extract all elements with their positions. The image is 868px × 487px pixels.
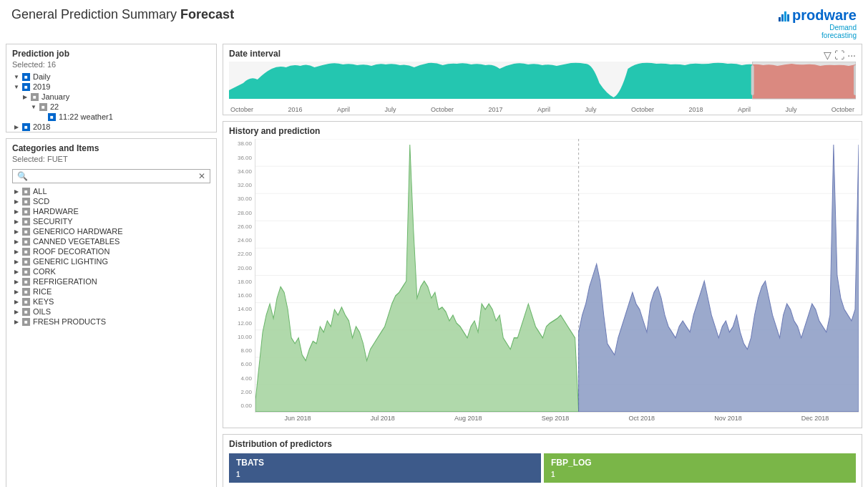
prediction-job-selected: Selected: 16 xyxy=(6,60,216,72)
checkbox-rice[interactable]: ■ xyxy=(22,288,30,296)
checkbox-keys[interactable]: ■ xyxy=(22,298,30,306)
checkbox-roof-decoration[interactable]: ■ xyxy=(22,248,30,256)
prediction-job-tree: ▼ ■ Daily ▼ ■ 2019 ▶ ■ January xyxy=(6,72,216,132)
fbp-value: 1 xyxy=(551,471,849,478)
page-header: General Prediction Summary Forecast prod… xyxy=(0,0,868,44)
cat-item-refrigeration[interactable]: ▶ ■ REFRIGERATION xyxy=(6,276,216,286)
cat-item-cork[interactable]: ▶ ■ CORK xyxy=(6,266,216,276)
fbp-label: FBP_LOG xyxy=(551,458,849,468)
checkbox-generic-lighting[interactable]: ■ xyxy=(22,258,30,266)
chart-toolbar-icons: ▽ ⛶ ··· xyxy=(824,49,856,61)
toggle-22[interactable]: ▼ xyxy=(29,102,38,111)
checkbox-all[interactable]: ■ xyxy=(22,188,30,196)
checkbox-canned-vegetables[interactable]: ■ xyxy=(22,238,30,246)
checkbox-weather1[interactable]: ■ xyxy=(48,113,56,121)
checkbox-hardware[interactable]: ■ xyxy=(22,208,30,216)
cat-item-oils[interactable]: ▶ ■ OILS xyxy=(6,307,216,317)
toggle-january[interactable]: ▶ xyxy=(21,92,29,101)
toggle-2019[interactable]: ▼ xyxy=(12,82,21,91)
tree-item-2018[interactable]: ▶ ■ 2018 xyxy=(6,122,216,132)
cat-item-generico-hardware[interactable]: ▶ ■ GENERICO HARDWARE xyxy=(6,226,216,236)
search-input[interactable] xyxy=(31,172,198,180)
svg-rect-2 xyxy=(753,62,856,99)
tbats-label: TBATS xyxy=(236,458,534,468)
cat-item-scd[interactable]: ▶ ■ SCD xyxy=(6,196,216,206)
categories-list: ▶ ■ ALL ▶ ■ SCD ▶ ■ HARDWARE ▶ ■ SEC xyxy=(6,186,216,327)
cat-item-all[interactable]: ▶ ■ ALL xyxy=(6,186,216,196)
distribution-panel: Distribution of predictors TBATS 1 FBP_L… xyxy=(223,434,862,487)
expand-icon[interactable]: ⛶ xyxy=(834,49,844,61)
logo-area: prodware Demand forecasting xyxy=(779,7,857,39)
categories-panel: Categories and Items Selected: FUET 🔍 ✕ … xyxy=(6,138,217,487)
cat-item-canned-vegetables[interactable]: ▶ ■ CANNED VEGETABLES xyxy=(6,236,216,246)
svg-rect-4 xyxy=(854,65,856,95)
svg-rect-3 xyxy=(751,65,754,95)
history-svg xyxy=(255,139,859,413)
cat-item-security[interactable]: ▶ ■ SECURITY xyxy=(6,216,216,226)
checkbox-cork[interactable]: ■ xyxy=(22,268,30,276)
date-interval-svg xyxy=(229,62,856,106)
page-title: General Prediction Summary Forecast xyxy=(11,7,234,22)
logo-subtitle: Demand forecasting xyxy=(821,24,857,39)
more-icon[interactable]: ··· xyxy=(847,49,856,61)
right-panel: Date interval ▽ ⛶ ··· xyxy=(223,44,862,487)
left-panel: Prediction job Selected: 16 ▼ ■ Daily ▼ … xyxy=(6,44,217,487)
checkbox-daily[interactable]: ■ xyxy=(22,73,30,81)
cat-item-hardware[interactable]: ▶ ■ HARDWARE xyxy=(6,206,216,216)
checkbox-refrigeration[interactable]: ■ xyxy=(22,278,30,286)
tree-item-2019[interactable]: ▼ ■ 2019 xyxy=(6,82,216,92)
dist-bar-tbats: TBATS 1 xyxy=(229,453,541,483)
prediction-job-title: Prediction job xyxy=(6,44,216,60)
cat-item-generic-lighting[interactable]: ▶ ■ GENERIC LIGHTING xyxy=(6,256,216,266)
checkbox-scd[interactable]: ■ xyxy=(22,198,30,206)
date-interval-axis: October 2016 April July October 2017 Apr… xyxy=(229,106,856,113)
chart-area: Jun 2018 Jul 2018 Aug 2018 Sep 2018 Oct … xyxy=(255,139,859,422)
checkbox-2018[interactable]: ■ xyxy=(22,123,30,131)
toggle-daily[interactable]: ▼ xyxy=(12,72,21,81)
cat-item-keys[interactable]: ▶ ■ KEYS xyxy=(6,296,216,307)
tree-item-january[interactable]: ▶ ■ January xyxy=(6,92,216,102)
cat-item-roof-decoration[interactable]: ▶ ■ ROOF DECORATION xyxy=(6,246,216,256)
date-interval-panel: Date interval ▽ ⛶ ··· xyxy=(223,44,862,115)
toggle-2018[interactable]: ▶ xyxy=(12,122,21,131)
cat-item-fresh-products[interactable]: ▶ ■ FRESH PRODUCTS xyxy=(6,317,216,327)
date-interval-title: Date interval xyxy=(229,49,281,59)
tbats-value: 1 xyxy=(236,471,534,478)
date-interval-toolbar: Date interval ▽ ⛶ ··· xyxy=(229,49,856,62)
checkbox-22[interactable]: ■ xyxy=(39,103,47,111)
checkbox-january[interactable]: ■ xyxy=(31,93,39,101)
main-layout: Prediction job Selected: 16 ▼ ■ Daily ▼ … xyxy=(0,44,868,487)
y-axis: 0.00 2.00 4.00 6.00 8.00 10.00 12.00 14.… xyxy=(229,139,255,422)
distribution-title: Distribution of predictors xyxy=(229,439,856,449)
search-clear-icon[interactable]: ✕ xyxy=(198,171,205,181)
history-panel: History and prediction 0.00 2.00 4.00 6.… xyxy=(223,121,862,428)
tree-item-22[interactable]: ▼ ■ 22 xyxy=(6,102,216,112)
logo-icon xyxy=(779,10,789,21)
search-box[interactable]: 🔍 ✕ xyxy=(12,169,210,183)
categories-title: Categories and Items xyxy=(6,139,216,155)
cat-item-rice[interactable]: ▶ ■ RICE xyxy=(6,286,216,296)
categories-selected: Selected: FUET xyxy=(6,155,216,166)
prediction-job-panel: Prediction job Selected: 16 ▼ ■ Daily ▼ … xyxy=(6,44,217,132)
filter-icon[interactable]: ▽ xyxy=(824,49,832,61)
history-chart-container: 0.00 2.00 4.00 6.00 8.00 10.00 12.00 14.… xyxy=(229,139,859,422)
logo-text: prodware xyxy=(792,7,857,24)
tree-item-weather1[interactable]: ▶ ■ 11:22 weather1 xyxy=(6,112,216,122)
checkbox-oils[interactable]: ■ xyxy=(22,308,30,316)
x-axis: Jun 2018 Jul 2018 Aug 2018 Sep 2018 Oct … xyxy=(255,413,859,422)
tree-item-daily[interactable]: ▼ ■ Daily xyxy=(6,72,216,82)
checkbox-generico-hardware[interactable]: ■ xyxy=(22,228,30,236)
search-icon: 🔍 xyxy=(17,171,28,181)
checkbox-fresh-products[interactable]: ■ xyxy=(22,318,30,326)
checkbox-security[interactable]: ■ xyxy=(22,218,30,226)
checkbox-2019[interactable]: ■ xyxy=(22,83,30,91)
history-title: History and prediction xyxy=(229,126,859,136)
dist-bar-fbp: FBP_LOG 1 xyxy=(544,453,856,483)
distribution-bars: TBATS 1 FBP_LOG 1 xyxy=(229,453,856,483)
